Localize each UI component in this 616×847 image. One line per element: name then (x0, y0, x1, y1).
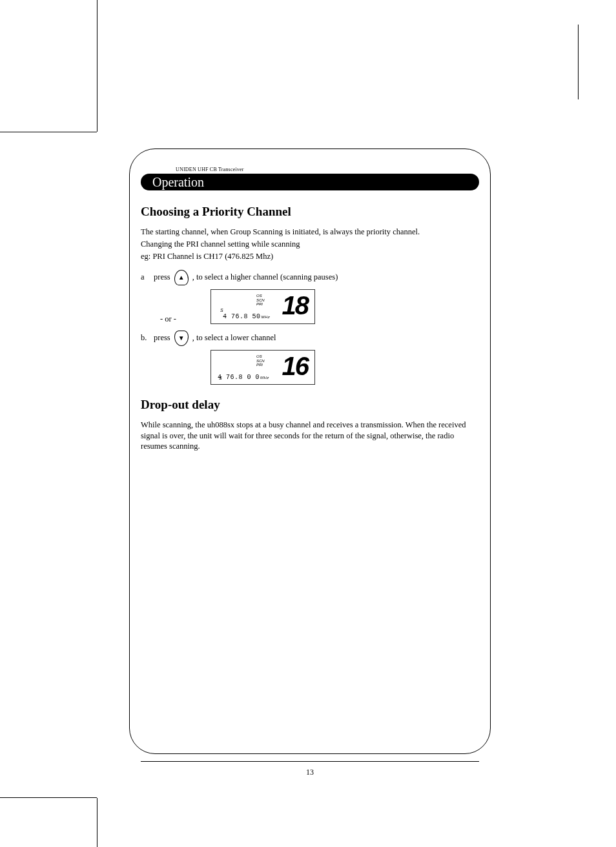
paragraph: Changing the PRI channel setting while s… (141, 239, 479, 250)
lcd-mhz-label: MHz (262, 315, 271, 319)
doc-header: UNIDEN UHF CB Transceiver (176, 167, 479, 172)
lcd-frequency: 4 76.8 0 0MHz (218, 374, 269, 381)
or-text: - or - (160, 314, 210, 324)
lcd-indicators: OS SCN PRI (256, 294, 265, 307)
crop-mark (97, 0, 98, 132)
page-number: 13 (129, 768, 491, 777)
manual-page: UNIDEN UHF CB Transceiver Operation Choo… (0, 0, 616, 847)
step-text: , to select a higher channel (scanning p… (192, 272, 338, 282)
paragraph: While scanning, the uh088sx stops at a b… (141, 420, 479, 453)
lcd-channel-number: 16 (282, 353, 309, 379)
lcd-frequency: 4 76.8 50MHz (223, 313, 270, 320)
section-pill-label: Operation (152, 175, 204, 190)
press-word: press (154, 333, 170, 343)
step-a: a press ▲ , to select a higher channel (… (141, 270, 479, 285)
content-body: UNIDEN UHF CB Transceiver Operation Choo… (141, 167, 479, 460)
lcd-ind-pri: PRI (256, 302, 265, 307)
lcd-ind-pri: PRI (256, 363, 265, 367)
lcd-s-indicator: S (220, 308, 223, 312)
heading-dropout-delay: Drop-out delay (141, 398, 479, 412)
press-word: press (154, 272, 170, 282)
step-text: , to select a lower channel (192, 333, 276, 343)
up-arrow-icon: ▲ (174, 270, 189, 285)
section-pill: Operation (141, 174, 479, 190)
lcd-ind-os: OS (256, 354, 265, 359)
lcd-channel-number: 18 (282, 292, 309, 318)
crop-mark (578, 25, 579, 99)
paragraph: The starting channel, when Group Scannin… (141, 227, 479, 238)
lcd-freq-value: 4 76.8 50 (223, 313, 261, 320)
lcd-ind-scn: SCN (256, 298, 265, 303)
step-label: a (141, 272, 150, 282)
crop-mark (97, 798, 98, 847)
lcd-display-18: OS SCN PRI S 4 76.8 50MHz 18 (210, 289, 315, 324)
lcd-display-16: OS SCN PRI S 4 76.8 0 0MHz 16 (210, 350, 315, 385)
down-arrow-icon: ▼ (174, 331, 189, 346)
step-b: b. press ▼ , to select a lower channel (141, 331, 479, 346)
lcd-mhz-label: MHz (260, 376, 269, 380)
step-label: b. (141, 333, 150, 343)
lcd-ind-os: OS (256, 294, 265, 298)
crop-mark (0, 797, 97, 798)
lcd-indicators: OS SCN PRI (256, 354, 265, 368)
lcd-freq-value: 4 76.8 0 0 (218, 374, 260, 381)
heading-priority-channel: Choosing a Priority Channel (141, 205, 479, 219)
lcd-ind-scn: SCN (256, 359, 265, 363)
crop-mark (0, 132, 97, 132)
footer-rule (141, 761, 479, 762)
paragraph: eg: PRI Channel is CH17 (476.825 Mhz) (141, 251, 479, 262)
